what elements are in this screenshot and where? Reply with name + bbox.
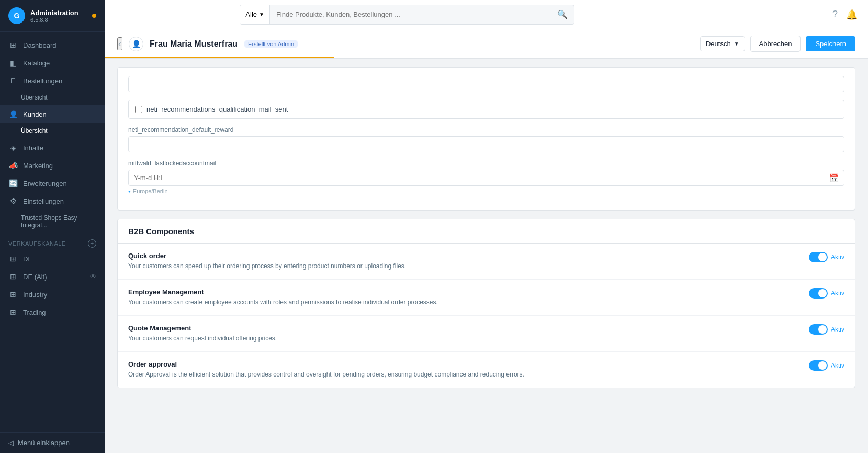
sidebar-item-label: DE (Alt) bbox=[23, 273, 47, 281]
b2b-item-desc: Your customers can create employee accou… bbox=[128, 297, 801, 307]
chevron-down-icon: ▼ bbox=[734, 41, 739, 47]
sidebar-item-kunden[interactable]: 👤 Kunden bbox=[0, 105, 105, 123]
sidebar-item-label: Trading bbox=[23, 308, 46, 316]
sidebar-item-label: Marketing bbox=[23, 162, 53, 170]
sidebar-item-bestellungen[interactable]: 🗒 Bestellungen bbox=[0, 72, 105, 90]
kunden-icon: 👤 bbox=[8, 109, 18, 119]
created-badge: Erstellt von Admin bbox=[244, 40, 298, 48]
app-version: 6.5.8.8 bbox=[30, 17, 87, 23]
app-logo: G bbox=[8, 7, 25, 24]
top-empty-field-group bbox=[128, 76, 844, 92]
b2b-section-title: B2B Components bbox=[128, 227, 194, 236]
sidebar-item-label: DE bbox=[23, 255, 32, 263]
sales-channels-section: Verkaufskanäle + bbox=[0, 233, 105, 250]
timezone-label: Europe/Berlin bbox=[133, 188, 168, 194]
reward-field-input[interactable] bbox=[128, 136, 844, 152]
toggle-wrapper-quote-mgmt: Aktiv bbox=[809, 324, 844, 335]
content-area: neti_recommendations_qualification_mail_… bbox=[105, 59, 868, 453]
help-icon[interactable]: ? bbox=[832, 9, 838, 20]
neti-checkbox[interactable] bbox=[135, 106, 142, 113]
timezone-hint: Europe/Berlin bbox=[128, 188, 844, 194]
sidebar-item-label: Einstellungen bbox=[23, 197, 64, 205]
toggle-quote-mgmt[interactable] bbox=[809, 324, 828, 335]
b2b-item-quick-order: Quick order Your customers can speed up … bbox=[118, 244, 855, 280]
neti-checkbox-label: neti_recommendations_qualification_mail_… bbox=[146, 105, 288, 113]
b2b-item-quote-management: Quote Management Your customers can requ… bbox=[118, 316, 855, 352]
topbar-right: ? 🔔 bbox=[832, 9, 858, 20]
sidebar-item-de[interactable]: ⊞ DE bbox=[0, 250, 105, 268]
b2b-item-order-approval: Order approval Order Approval is the eff… bbox=[118, 352, 855, 388]
marketing-icon: 📣 bbox=[8, 161, 18, 170]
toggle-employee-mgmt[interactable] bbox=[809, 288, 828, 299]
toggle-quick-order[interactable] bbox=[809, 252, 828, 262]
calendar-icon[interactable]: 📅 bbox=[829, 173, 839, 183]
b2b-item-title: Employee Management bbox=[128, 288, 801, 296]
b2b-item-desc: Your customers can request individual of… bbox=[128, 334, 801, 343]
top-empty-field[interactable] bbox=[128, 76, 844, 92]
language-dropdown[interactable]: Deutsch ▼ bbox=[700, 36, 745, 51]
b2b-item-text: Order approval Order Approval is the eff… bbox=[128, 360, 801, 379]
language-label: Deutsch bbox=[706, 40, 731, 48]
toggle-order-approval[interactable] bbox=[809, 360, 828, 371]
kataloge-icon: ◧ bbox=[8, 58, 18, 68]
lastlocked-field-group: mittwald_lastlockedaccountmail 📅 Europe/… bbox=[128, 160, 844, 194]
datetime-input[interactable] bbox=[128, 170, 844, 186]
sidebar-item-label: Industry bbox=[23, 291, 47, 299]
sidebar-item-industry[interactable]: ⊞ Industry bbox=[0, 285, 105, 303]
b2b-item-title: Quote Management bbox=[128, 324, 801, 332]
chevron-down-icon: ▼ bbox=[259, 12, 264, 17]
einstellungen-icon: ⚙ bbox=[8, 196, 18, 206]
sales-channels-label: Verkaufskanäle bbox=[8, 240, 66, 247]
sidebar-item-label: Übersicht bbox=[21, 127, 48, 135]
sidebar-item-trusted-shops[interactable]: Trusted Shops Easy Integrat... bbox=[0, 210, 105, 233]
sidebar-item-label: Trusted Shops Easy Integrat... bbox=[21, 214, 96, 229]
notifications-icon[interactable]: 🔔 bbox=[846, 9, 858, 20]
sidebar-item-label: Kataloge bbox=[23, 59, 50, 67]
toggle-wrapper-employee-mgmt: Aktiv bbox=[809, 288, 844, 299]
search-bar: Alle ▼ 🔍 bbox=[240, 5, 574, 25]
sidebar-item-dashboard[interactable]: ⊞ Dashboard bbox=[0, 36, 105, 54]
sidebar-item-kunden-overview[interactable]: Übersicht bbox=[0, 123, 105, 139]
save-button[interactable]: Speichern bbox=[806, 36, 855, 51]
b2b-item-text: Quick order Your customers can speed up … bbox=[128, 252, 801, 271]
sidebar-item-marketing[interactable]: 📣 Marketing bbox=[0, 157, 105, 174]
search-button[interactable]: 🔍 bbox=[551, 9, 574, 19]
erweiterungen-icon: 🔄 bbox=[8, 179, 18, 188]
collapse-menu-button[interactable]: ◁ Menü einklappen bbox=[0, 432, 105, 453]
sidebar-nav: ⊞ Dashboard ◧ Kataloge 🗒 Bestellungen Üb… bbox=[0, 32, 105, 432]
b2b-item-text: Quote Management Your customers can requ… bbox=[128, 324, 801, 343]
sidebar-item-label: Bestellungen bbox=[23, 77, 62, 85]
sidebar-item-erweiterungen[interactable]: 🔄 Erweiterungen bbox=[0, 174, 105, 192]
search-input[interactable] bbox=[270, 10, 551, 18]
checkbox-row: neti_recommendations_qualification_mail_… bbox=[128, 100, 844, 119]
sidebar-item-bestellungen-overview[interactable]: Übersicht bbox=[0, 90, 105, 105]
reward-field-label: neti_recommendation_default_reward bbox=[128, 126, 844, 134]
sidebar-item-trading[interactable]: ⊞ Trading bbox=[0, 303, 105, 321]
b2b-card: B2B Components Quick order Your customer… bbox=[117, 219, 855, 388]
sidebar-item-de-alt[interactable]: ⊞ DE (Alt) 👁 bbox=[0, 268, 105, 285]
page-title: Frau Maria Musterfrau bbox=[150, 39, 238, 49]
back-button[interactable]: ‹ bbox=[117, 37, 122, 50]
toggle-label-order-approval: Aktiv bbox=[831, 362, 844, 369]
add-sales-channel-icon[interactable]: + bbox=[88, 239, 96, 248]
sidebar-item-kataloge[interactable]: ◧ Kataloge bbox=[0, 54, 105, 72]
b2b-item-title: Order approval bbox=[128, 360, 801, 368]
b2b-item-desc: Your customers can speed up their orderi… bbox=[128, 261, 801, 271]
sidebar-item-label: Erweiterungen bbox=[23, 180, 67, 187]
sidebar-item-einstellungen[interactable]: ⚙ Einstellungen bbox=[0, 192, 105, 210]
toggle-label-quote-mgmt: Aktiv bbox=[831, 326, 844, 333]
sidebar-header: G Administration 6.5.8.8 bbox=[0, 0, 105, 32]
topbar: Alle ▼ 🔍 ? 🔔 bbox=[105, 0, 868, 29]
eye-icon[interactable]: 👁 bbox=[90, 273, 96, 280]
de-icon: ⊞ bbox=[8, 254, 18, 263]
sidebar-item-label: Dashboard bbox=[23, 41, 57, 49]
reward-field-group: neti_recommendation_default_reward bbox=[128, 126, 844, 152]
search-type-dropdown[interactable]: Alle ▼ bbox=[240, 5, 270, 24]
cancel-button[interactable]: Abbrechen bbox=[750, 36, 801, 52]
form-card-body: neti_recommendations_qualification_mail_… bbox=[118, 68, 855, 210]
sidebar-item-inhalte[interactable]: ◈ Inhalte bbox=[0, 139, 105, 157]
form-card: neti_recommendations_qualification_mail_… bbox=[117, 67, 855, 211]
sidebar: G Administration 6.5.8.8 ⊞ Dashboard ◧ K… bbox=[0, 0, 105, 453]
search-type-label: Alle bbox=[245, 10, 257, 18]
sidebar-item-label: Übersicht bbox=[21, 94, 48, 101]
